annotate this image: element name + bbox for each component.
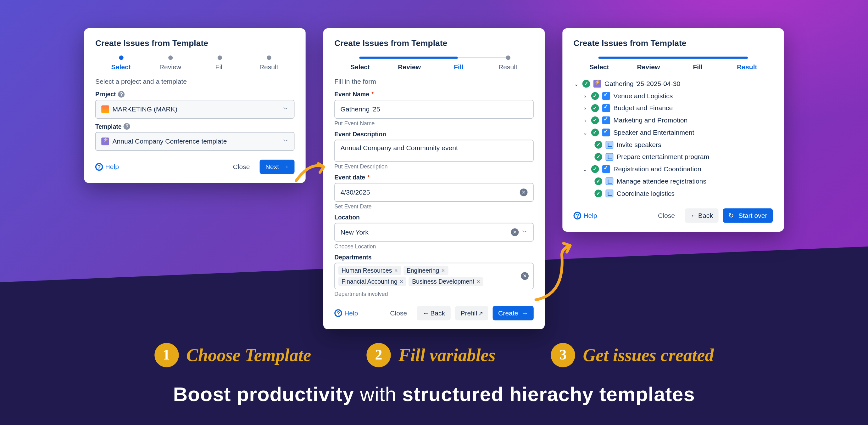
issue-tree: ⌄ ✓ Gathering '25-2025-04-30 ›✓Venue and… <box>574 78 773 200</box>
location-label: Location <box>334 214 534 221</box>
close-button[interactable]: Close <box>384 306 413 320</box>
tree-toggle-icon[interactable]: ⌄ <box>574 81 579 87</box>
tree-row[interactable]: ⌄✓Registration and Coordination <box>583 163 773 175</box>
tree-toggle-icon[interactable]: › <box>583 93 588 99</box>
remove-tag-icon[interactable]: × <box>476 278 480 285</box>
event-date-label: Event date* <box>334 174 534 181</box>
step-result[interactable]: Result <box>484 55 533 71</box>
epic-icon <box>593 80 601 88</box>
tree-row-child[interactable]: ✓Invite speakers <box>594 139 773 151</box>
tree-toggle-icon[interactable]: ⌄ <box>583 130 588 135</box>
hint: Choose Location <box>334 243 534 249</box>
remove-tag-icon[interactable]: × <box>394 267 398 274</box>
subtask-icon <box>606 141 614 149</box>
task-icon <box>602 129 610 137</box>
success-icon: ✓ <box>591 165 599 173</box>
success-icon: ✓ <box>583 80 590 88</box>
help-link[interactable]: ?Help <box>334 309 358 317</box>
tree-row-root[interactable]: ⌄ ✓ Gathering '25-2025-04-30 <box>574 78 773 90</box>
project-label: Project? <box>95 91 295 97</box>
project-icon <box>101 106 109 113</box>
event-date-input[interactable]: 4/30/2025✕ <box>334 183 534 202</box>
callout-3: 3Get issues created <box>551 343 714 367</box>
tree-row[interactable]: ›✓Marketing and Promotion <box>583 114 773 126</box>
back-button[interactable]: ←Back <box>685 208 719 223</box>
next-button[interactable]: Next→ <box>260 160 294 174</box>
success-icon: ✓ <box>594 141 602 149</box>
location-select[interactable]: New York ✕﹀ <box>334 223 534 242</box>
badge-1: 1 <box>154 343 178 367</box>
step-select[interactable]: Select <box>575 55 624 71</box>
create-button[interactable]: Create→ <box>493 306 534 320</box>
success-icon: ✓ <box>591 116 599 124</box>
tree-row-child[interactable]: ✓Prepare entertainment program <box>594 151 773 163</box>
event-description-input[interactable]: Annual Company and Community event <box>334 140 534 162</box>
panel-subtitle: Fill in the form <box>334 78 534 86</box>
epic-icon <box>101 138 109 145</box>
tree-row[interactable]: ⌄✓Speaker and Entertainment <box>583 126 773 139</box>
event-name-input[interactable]: Gathering '25 <box>334 100 534 119</box>
stepper: Select Review Fill Result <box>575 55 772 71</box>
template-select[interactable]: Annual Company Conference template ﹀ <box>95 132 295 151</box>
success-icon: ✓ <box>594 177 602 185</box>
tag: Human Resources× <box>338 266 401 275</box>
task-icon <box>602 116 610 124</box>
tree-row-child[interactable]: ✓Coordinate logistics <box>594 187 773 200</box>
tree-row-child[interactable]: ✓Manage attendee registrations <box>594 175 773 187</box>
close-button[interactable]: Close <box>652 208 680 223</box>
step-review[interactable]: Review <box>384 55 434 71</box>
step-fill[interactable]: Fill <box>673 55 722 71</box>
panel-result: Create Issues from Template Select Revie… <box>562 28 784 232</box>
stepper: Select Review Fill Result <box>96 55 293 71</box>
step-select[interactable]: Select <box>336 55 385 71</box>
prefill-button[interactable]: Prefill↗ <box>455 306 488 320</box>
help-icon[interactable]: ? <box>124 123 130 130</box>
clear-icon[interactable]: ✕ <box>521 272 529 280</box>
step-result[interactable]: Result <box>244 55 293 71</box>
step-fill[interactable]: Fill <box>195 55 244 71</box>
tag: Business Development× <box>409 277 484 286</box>
success-icon: ✓ <box>594 190 602 197</box>
tree-toggle-icon[interactable]: ⌄ <box>583 166 588 172</box>
event-name-label: Event Name* <box>334 91 534 97</box>
close-button[interactable]: Close <box>227 160 255 174</box>
step-select[interactable]: Select <box>96 55 146 71</box>
card-title: Create Issues from Template <box>95 38 295 48</box>
card-title: Create Issues from Template <box>574 38 773 48</box>
callouts: 1Choose Template 2Fill variables 3Get is… <box>0 343 868 406</box>
success-icon: ✓ <box>594 153 602 161</box>
clear-icon[interactable]: ✕ <box>520 189 528 196</box>
remove-tag-icon[interactable]: × <box>400 278 403 285</box>
task-icon <box>602 165 610 173</box>
step-fill[interactable]: Fill <box>434 55 484 71</box>
tree-row[interactable]: ›✓Venue and Logistics <box>583 90 773 102</box>
hint: Set Event Date <box>334 203 534 209</box>
event-description-label: Event Description <box>334 131 534 138</box>
tree-toggle-icon[interactable]: › <box>583 117 588 123</box>
project-select[interactable]: MARKETING (MARK) ﹀ <box>95 100 295 119</box>
tree-toggle-icon[interactable]: › <box>583 105 588 111</box>
step-review[interactable]: Review <box>624 55 673 71</box>
stage: Create Issues from Template Select Revie… <box>84 28 784 329</box>
help-icon[interactable]: ? <box>118 91 125 97</box>
step-review[interactable]: Review <box>146 55 195 71</box>
back-button[interactable]: ←Back <box>417 306 451 320</box>
tree-row[interactable]: ›✓Budget and Finance <box>583 102 773 114</box>
panel-subtitle: Select a project and a template <box>95 78 295 86</box>
departments-input[interactable]: Human Resources× Engineering× Financial … <box>334 262 534 289</box>
chevron-down-icon: ﹀ <box>522 228 528 236</box>
help-link[interactable]: ?Help <box>95 163 119 171</box>
hint: Put Event Description <box>334 163 534 169</box>
start-over-button[interactable]: ↻Start over <box>723 208 773 223</box>
clear-icon[interactable]: ✕ <box>511 228 519 236</box>
step-result[interactable]: Result <box>722 55 772 71</box>
arrow-left-icon: ← <box>423 309 429 317</box>
success-icon: ✓ <box>591 129 599 137</box>
callout-2: 2Fill variables <box>366 343 495 367</box>
headline: Boost productivity with structured hiera… <box>0 383 868 406</box>
help-icon: ? <box>334 309 342 317</box>
remove-tag-icon[interactable]: × <box>441 267 445 274</box>
help-link[interactable]: ?Help <box>574 212 597 220</box>
departments-label: Departments <box>334 254 534 260</box>
callout-1: 1Choose Template <box>154 343 311 367</box>
